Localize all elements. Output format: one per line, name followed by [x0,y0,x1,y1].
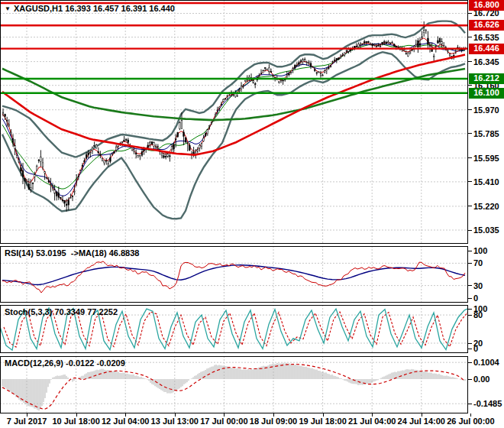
axis-tick-mark [468,230,472,231]
axis-tick-mark [468,315,472,316]
axis-tick-mark [468,13,472,14]
axis-tick-mark [468,404,472,404]
horizontal-level-lines [0,3,468,93]
rsi-axis-label: 0 [473,293,478,303]
ema-ribbon-green-line [2,44,465,189]
axis-tick-mark [468,85,472,86]
ohlc-high: 16.457 [93,4,119,13]
fast-ma-red-line [2,55,465,155]
macd-value: -0.0122 [66,358,94,368]
rsi-ma-value: 46.8838 [109,248,140,258]
time-axis-label: 7 Jul 2017 [7,417,47,426]
trading-chart-window: ▼XAGUSD,H1 16.393 16.457 16.391 16.440 R… [0,0,504,428]
axis-tick-mark [468,298,472,299]
rsi-value: 53.0195 [36,248,66,258]
time-axis-label: 26 Jul 00:00 [447,417,494,426]
axis-tick-mark [468,379,472,380]
axis-tick-mark [468,343,472,344]
ohlc-close: 16.440 [149,4,175,13]
ohlc-open: 16.393 [65,4,91,13]
time-axis-label: 17 Jul 00:00 [200,417,247,426]
price-axis-label: 15.970 [473,105,499,115]
price-level-badge: 16.446 [469,44,504,54]
main-price-panel[interactable] [0,0,468,244]
price-level-badge: 16.212 [469,73,504,84]
price-axis-label: 15.595 [473,154,499,163]
axis-tick-mark [468,61,472,62]
symbol-label: XAGUSD,H1 [14,4,63,13]
price-level-badge: 16.100 [469,88,504,99]
price-axis-label: 16.535 [473,33,499,42]
rsi-line [2,261,465,293]
time-axis-label: 10 Jul 18:00 [52,417,99,426]
bollinger-upper-line [2,21,465,157]
price-axis-label: 15.785 [473,129,499,138]
price-axis-label: 15.035 [473,225,499,235]
axis-tick-mark [468,206,472,206]
axis-tick-mark [468,251,472,251]
macd-signal-value: -0.0209 [96,358,124,368]
time-axis-label: 18 Jul 09:00 [250,417,297,426]
axis-tick-mark [468,349,472,349]
price-axis-label: 15.220 [473,202,499,211]
time-axis-label: 13 Jul 13:00 [151,417,199,426]
stoch-header: Stoch(5,3,3) 70.3349 77.2252 [5,307,118,316]
time-axis-label: 21 Jul 04:00 [348,417,396,426]
symbol-dropdown-icon[interactable]: ▼ [5,5,11,12]
stoch-k-value: 70.3349 [54,307,85,316]
axis-tick-mark [468,157,472,158]
stoch-axis-label: 80 [473,310,483,319]
rsi-axis-label: 30 [473,281,483,290]
symbol-header: ▼XAGUSD,H1 16.393 16.457 16.391 16.440 [5,4,175,13]
axis-tick-mark [468,133,472,134]
price-axis-label: 16.345 [473,57,499,66]
time-axis-label: 24 Jul 14:00 [398,417,445,426]
rsi-axis-label: 70 [473,258,483,268]
axis-tick-mark [468,181,472,182]
time-axis-label: 12 Jul 04:00 [102,417,149,426]
price-level-badge: 16.626 [469,20,504,31]
price-level-badge: 16.800 [469,0,504,11]
rsi-axis-label: 100 [473,246,487,255]
ohlc-low: 16.391 [121,4,147,13]
macd-axis-label: 0.00 [473,374,489,384]
axis-tick-mark [468,37,472,37]
axis-tick-mark [468,109,472,110]
axis-tick-mark [468,285,472,286]
axis-tick-mark [468,309,472,310]
stoch-d-value: 77.2252 [87,307,118,316]
macd-axis-label: 0.1004 [473,358,499,367]
macd-axis-label: -0.1485 [473,399,502,408]
rsi-header: RSI(14) 53.0195 ->MA(18) 46.8838 [5,248,139,258]
axis-tick-mark [468,362,472,363]
stoch-axis-label: 0 [473,344,478,353]
price-axis-label: 15.410 [473,177,499,186]
macd-header: MACD(12,26,9) -0.0122 -0.0209 [5,358,125,368]
axis-tick-mark [468,263,472,264]
time-axis-label: 19 Jul 18:00 [299,417,346,426]
